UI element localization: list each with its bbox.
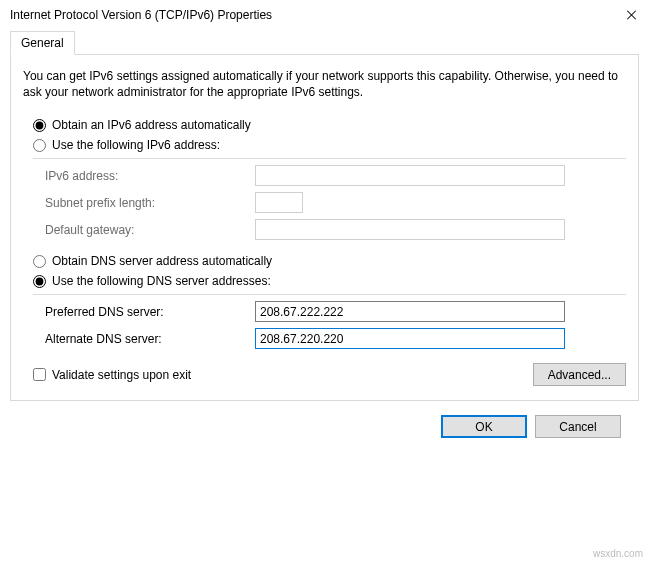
checkbox-validate-label: Validate settings upon exit xyxy=(52,368,191,382)
input-preferred-dns[interactable] xyxy=(255,301,565,322)
label-alternate-dns: Alternate DNS server: xyxy=(45,332,255,346)
radio-ipv6-manual[interactable]: Use the following IPv6 address: xyxy=(33,138,626,152)
radio-ipv6-auto-input[interactable] xyxy=(33,119,46,132)
title-bar: Internet Protocol Version 6 (TCP/IPv6) P… xyxy=(0,0,649,30)
checkbox-validate-input[interactable] xyxy=(33,368,46,381)
tab-panel-general: You can get IPv6 settings assigned autom… xyxy=(10,54,639,401)
ipv6-address-fields: IPv6 address: Subnet prefix length: Defa… xyxy=(45,165,626,240)
label-ipv6-address: IPv6 address: xyxy=(45,169,255,183)
close-icon[interactable] xyxy=(627,10,637,20)
label-default-gateway: Default gateway: xyxy=(45,223,255,237)
radio-dns-auto-label: Obtain DNS server address automatically xyxy=(52,254,272,268)
dialog-footer: OK Cancel xyxy=(10,401,639,448)
row-preferred-dns: Preferred DNS server: xyxy=(45,301,626,322)
dns-fields: Preferred DNS server: Alternate DNS serv… xyxy=(45,301,626,349)
watermark: wsxdn.com xyxy=(593,548,643,559)
label-subnet-prefix: Subnet prefix length: xyxy=(45,196,255,210)
radio-dns-manual-input[interactable] xyxy=(33,275,46,288)
row-alternate-dns: Alternate DNS server: xyxy=(45,328,626,349)
bottom-row: Validate settings upon exit Advanced... xyxy=(33,363,626,386)
window-title: Internet Protocol Version 6 (TCP/IPv6) P… xyxy=(10,8,272,22)
input-default-gateway xyxy=(255,219,565,240)
input-alternate-dns[interactable] xyxy=(255,328,565,349)
input-ipv6-address xyxy=(255,165,565,186)
description-text: You can get IPv6 settings assigned autom… xyxy=(23,68,626,100)
radio-ipv6-manual-input[interactable] xyxy=(33,139,46,152)
radio-dns-auto[interactable]: Obtain DNS server address automatically xyxy=(33,254,626,268)
row-default-gateway: Default gateway: xyxy=(45,219,626,240)
content-area: General You can get IPv6 settings assign… xyxy=(0,30,649,458)
checkbox-validate[interactable]: Validate settings upon exit xyxy=(33,368,191,382)
divider xyxy=(33,158,626,159)
tab-strip: General xyxy=(10,31,639,55)
radio-ipv6-manual-label: Use the following IPv6 address: xyxy=(52,138,220,152)
radio-ipv6-auto-label: Obtain an IPv6 address automatically xyxy=(52,118,251,132)
advanced-button[interactable]: Advanced... xyxy=(533,363,626,386)
label-preferred-dns: Preferred DNS server: xyxy=(45,305,255,319)
row-subnet-prefix: Subnet prefix length: xyxy=(45,192,626,213)
ok-button[interactable]: OK xyxy=(441,415,527,438)
divider xyxy=(33,294,626,295)
radio-dns-auto-input[interactable] xyxy=(33,255,46,268)
input-subnet-prefix xyxy=(255,192,303,213)
radio-dns-manual-label: Use the following DNS server addresses: xyxy=(52,274,271,288)
row-ipv6-address: IPv6 address: xyxy=(45,165,626,186)
cancel-button[interactable]: Cancel xyxy=(535,415,621,438)
radio-ipv6-auto[interactable]: Obtain an IPv6 address automatically xyxy=(33,118,626,132)
radio-dns-manual[interactable]: Use the following DNS server addresses: xyxy=(33,274,626,288)
tab-general[interactable]: General xyxy=(10,31,75,55)
